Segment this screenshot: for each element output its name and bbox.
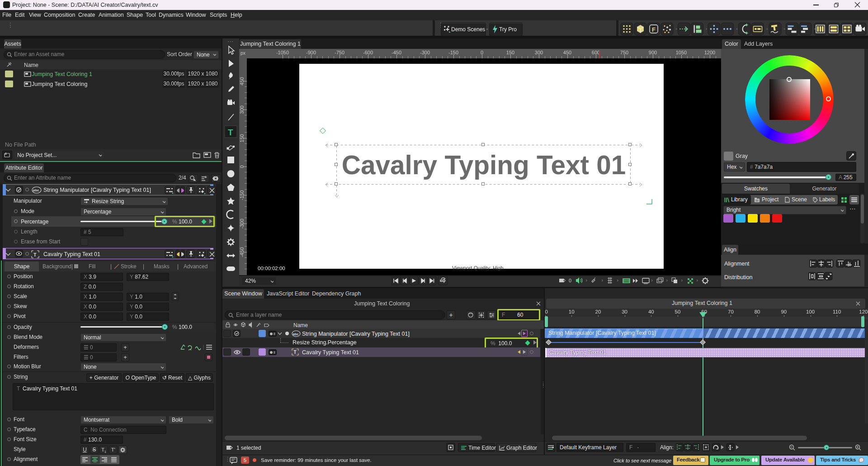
svg-text:F: F [652, 26, 656, 33]
svg-text:T: T [294, 350, 297, 355]
svg-text:T: T [33, 252, 37, 257]
svg-text:abc: abc [293, 332, 299, 336]
svg-text:abc: abc [33, 188, 39, 192]
svg-text:0: 0 [569, 278, 571, 283]
svg-text:T: T [228, 128, 233, 137]
